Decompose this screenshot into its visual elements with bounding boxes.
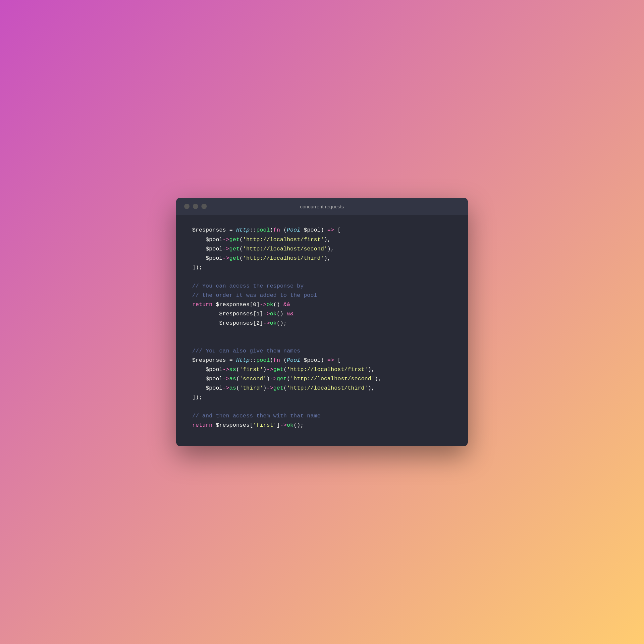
code-line-1: $responses = Http::pool(fn (Pool $pool) …	[192, 226, 452, 235]
code-line-2: $pool->get('http://localhost/first'),	[192, 235, 452, 244]
blank-3	[192, 337, 452, 347]
code-line-4: $pool->get('http://localhost/third'),	[192, 254, 452, 263]
comment-line-1: // You can access the response by	[192, 282, 452, 291]
code-line-11: $pool->as('second')->get('http://localho…	[192, 374, 452, 384]
comment-line-3: /// You can also give them names	[192, 347, 452, 356]
code-line-8: $responses[2]->ok();	[192, 319, 452, 328]
comment-line-4: // and then access them with that name	[192, 411, 452, 421]
code-line-13: ]);	[192, 393, 452, 402]
code-line-10: $pool->as('first')->get('http://localhos…	[192, 365, 452, 374]
code-line-6: return $responses[0]->ok() &&	[192, 300, 452, 309]
code-window: concurrent requests $responses = Http::p…	[176, 198, 468, 446]
code-area: $responses = Http::pool(fn (Pool $pool) …	[176, 215, 468, 446]
dot-maximize	[201, 204, 207, 209]
titlebar: concurrent requests	[176, 198, 468, 215]
code-line-12: $pool->as('third')->get('http://localhos…	[192, 384, 452, 393]
traffic-lights	[184, 204, 207, 209]
comment-line-2: // the order it was added to the pool	[192, 291, 452, 300]
blank-4	[192, 402, 452, 411]
code-line-7: $responses[1]->ok() &&	[192, 309, 452, 319]
blank-1	[192, 272, 452, 282]
code-line-3: $pool->get('http://localhost/second'),	[192, 244, 452, 254]
dot-close	[184, 204, 189, 209]
code-line-14: return $responses['first']->ok();	[192, 421, 452, 430]
code-line-5: ]);	[192, 263, 452, 272]
code-line-9: $responses = Http::pool(fn (Pool $pool) …	[192, 356, 452, 365]
window-title: concurrent requests	[300, 204, 344, 209]
dot-minimize	[193, 204, 198, 209]
blank-2	[192, 328, 452, 337]
